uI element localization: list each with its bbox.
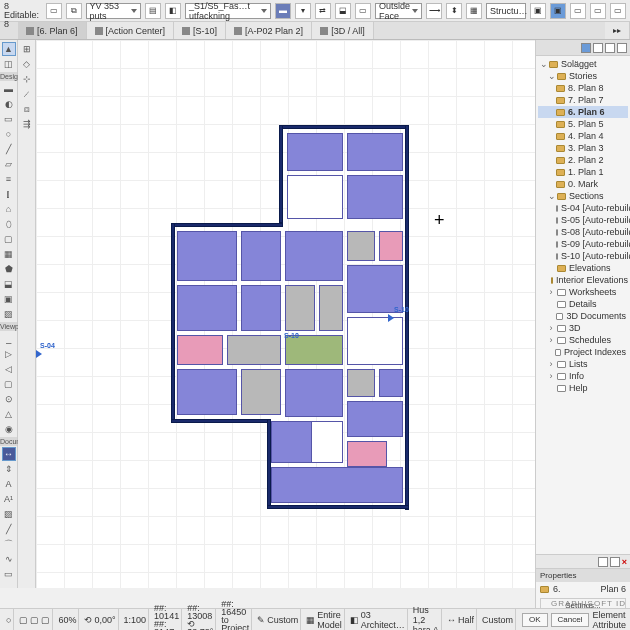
nav-layout-icon[interactable] bbox=[605, 43, 615, 53]
window-tool[interactable]: ▭ bbox=[2, 112, 16, 126]
flip-icon[interactable]: ⇄ bbox=[315, 3, 331, 19]
tab-plan6[interactable]: [6. Plan 6] bbox=[18, 22, 87, 39]
tree-section-s09[interactable]: S-09 [Auto-rebuild M bbox=[538, 238, 628, 250]
tree-details[interactable]: Details bbox=[538, 298, 628, 310]
custom-dropdown[interactable]: Custom bbox=[267, 615, 298, 625]
tree-story-0[interactable]: 0. Mark bbox=[538, 178, 628, 190]
palette-icon2[interactable]: ▢ bbox=[30, 615, 39, 625]
beam-tool[interactable]: ╱ bbox=[2, 142, 16, 156]
view4-icon[interactable]: ▭ bbox=[610, 3, 626, 19]
grid-icon[interactable]: ⊞ bbox=[20, 42, 34, 56]
tab-action-center[interactable]: [Action Center] bbox=[87, 22, 175, 39]
object-tool[interactable]: ⬓ bbox=[2, 277, 16, 291]
arrow-down-icon[interactable]: ▾ bbox=[295, 3, 311, 19]
scale-value[interactable]: 1:100 bbox=[122, 609, 150, 630]
stair-tool[interactable]: ≡ bbox=[2, 172, 16, 186]
offset-icon[interactable]: ⇶ bbox=[20, 117, 34, 131]
structural-dropdown[interactable]: Structu… bbox=[486, 3, 526, 19]
story-icon[interactable]: ⬍ bbox=[446, 3, 462, 19]
tree-3d[interactable]: ›3D bbox=[538, 322, 628, 334]
dimension-style-icon[interactable]: ↔ bbox=[447, 615, 456, 625]
section-tool[interactable]: ⎯ bbox=[2, 332, 16, 346]
prop-new-icon[interactable] bbox=[598, 557, 608, 567]
composite-input[interactable]: _S1/S5_Fas…t utfackning bbox=[185, 3, 271, 19]
arc-tool[interactable]: ⌒ bbox=[2, 537, 16, 551]
view2-icon[interactable]: ▭ bbox=[570, 3, 586, 19]
tree-root[interactable]: ⌄Solägget bbox=[538, 58, 628, 70]
change-tool[interactable]: △ bbox=[2, 407, 16, 421]
tab-3d[interactable]: [3D / All] bbox=[312, 22, 374, 39]
ruler-icon[interactable]: ⟋ bbox=[20, 87, 34, 101]
arch-dropdown[interactable]: 03 Architect… bbox=[361, 610, 405, 630]
railing-tool[interactable]: ⫿ bbox=[2, 187, 16, 201]
geometry-button[interactable]: ▬ bbox=[275, 3, 291, 19]
tree-stories[interactable]: ⌄Stories bbox=[538, 70, 628, 82]
morph-tool[interactable]: ⬟ bbox=[2, 262, 16, 276]
layer-combo-icon[interactable]: ◧ bbox=[350, 615, 359, 625]
profile-input[interactable]: YV 353 puts bbox=[86, 3, 141, 19]
angle-value[interactable]: 0,00° bbox=[94, 615, 115, 625]
tree-section-s10[interactable]: S-10 [Auto-rebuild M bbox=[538, 250, 628, 262]
tree-story-8[interactable]: 8. Plan 8 bbox=[538, 82, 628, 94]
column-tool[interactable]: ○ bbox=[2, 127, 16, 141]
mesh-tool[interactable]: ▨ bbox=[2, 307, 16, 321]
interior-elev-tool[interactable]: ◁ bbox=[2, 362, 16, 376]
tree-help[interactable]: Help bbox=[538, 382, 628, 394]
ok-button[interactable]: OK bbox=[522, 613, 548, 627]
close-icon[interactable]: × bbox=[622, 557, 627, 567]
nav-project-map-icon[interactable] bbox=[581, 43, 591, 53]
section-marker-left[interactable] bbox=[36, 350, 42, 358]
shell-tool[interactable]: ⬯ bbox=[2, 217, 16, 231]
fill-tool[interactable]: ▨ bbox=[2, 507, 16, 521]
detail-tool[interactable]: ⊙ bbox=[2, 392, 16, 406]
tree-3d-docs[interactable]: 3D Documents bbox=[538, 310, 628, 322]
guide-icon[interactable]: ⊹ bbox=[20, 72, 34, 86]
reference-line-icon[interactable]: ▭ bbox=[355, 3, 371, 19]
drawing-tool[interactable]: ▭ bbox=[2, 567, 16, 581]
tree-lists[interactable]: ›Lists bbox=[538, 358, 628, 370]
tree-story-3[interactable]: 3. Plan 3 bbox=[538, 142, 628, 154]
pen-icon[interactable]: ✎ bbox=[257, 615, 265, 625]
tree-story-2[interactable]: 2. Plan 2 bbox=[538, 154, 628, 166]
tab-ap02[interactable]: [A-P02 Plan 2] bbox=[226, 22, 312, 39]
dimension-tool[interactable]: ↔ bbox=[2, 447, 16, 461]
nav-publisher-icon[interactable] bbox=[617, 43, 627, 53]
custom-dropdown2[interactable]: Custom bbox=[480, 609, 516, 630]
circle-tool-icon[interactable]: ○ bbox=[6, 615, 11, 625]
tree-story-4[interactable]: 4. Plan 4 bbox=[538, 130, 628, 142]
tree-section-s05[interactable]: S-05 [Auto-rebuild M bbox=[538, 214, 628, 226]
zoom-level[interactable]: 60% bbox=[56, 609, 79, 630]
model-icon[interactable]: ▦ bbox=[306, 615, 315, 625]
tree-story-1[interactable]: 1. Plan 1 bbox=[538, 166, 628, 178]
view1-icon[interactable]: ▣ bbox=[550, 3, 566, 19]
tree-indexes[interactable]: Project Indexes bbox=[538, 346, 628, 358]
tree-story-7[interactable]: 7. Plan 7 bbox=[538, 94, 628, 106]
snap-icon[interactable]: ◇ bbox=[20, 57, 34, 71]
layer-button2[interactable]: ◧ bbox=[165, 3, 181, 19]
tree-elevations[interactable]: Elevations bbox=[538, 262, 628, 274]
tree-interior-elev[interactable]: Interior Elevations bbox=[538, 274, 628, 286]
door-tool[interactable]: ◐ bbox=[2, 97, 16, 111]
sheet-icon[interactable]: ▤ bbox=[145, 3, 161, 19]
arrow-tool[interactable]: ▲ bbox=[2, 42, 16, 56]
tree-schedules[interactable]: ›Schedules bbox=[538, 334, 628, 346]
trace-icon[interactable]: ⧈ bbox=[20, 102, 34, 116]
cancel-button[interactable]: Cancel bbox=[551, 613, 590, 627]
label-tool[interactable]: A¹ bbox=[2, 492, 16, 506]
hus-dropdown[interactable]: Hus 1,2 bara A bbox=[413, 605, 439, 631]
wall-profile-icon[interactable]: ⬓ bbox=[335, 3, 351, 19]
level-dim-tool[interactable]: ⇕ bbox=[2, 462, 16, 476]
tree-worksheets[interactable]: ›Worksheets bbox=[538, 286, 628, 298]
prop-dup-icon[interactable] bbox=[610, 557, 620, 567]
marquee-tool[interactable]: ◫ bbox=[2, 57, 16, 71]
layer-button[interactable]: ⧉ bbox=[66, 3, 82, 19]
outside-face-dropdown[interactable]: Outside Face bbox=[375, 3, 422, 19]
slab-tool[interactable]: ▱ bbox=[2, 157, 16, 171]
tree-section-s04[interactable]: S-04 [Auto-rebuild M bbox=[538, 202, 628, 214]
palette-icon3[interactable]: ▢ bbox=[41, 615, 50, 625]
curtain-wall-tool[interactable]: ▦ bbox=[2, 247, 16, 261]
zone-tool[interactable]: ▣ bbox=[2, 292, 16, 306]
elevation-tool[interactable]: ▷ bbox=[2, 347, 16, 361]
half-dropdown[interactable]: Half bbox=[458, 615, 474, 625]
tree-sections[interactable]: ⌄Sections bbox=[538, 190, 628, 202]
